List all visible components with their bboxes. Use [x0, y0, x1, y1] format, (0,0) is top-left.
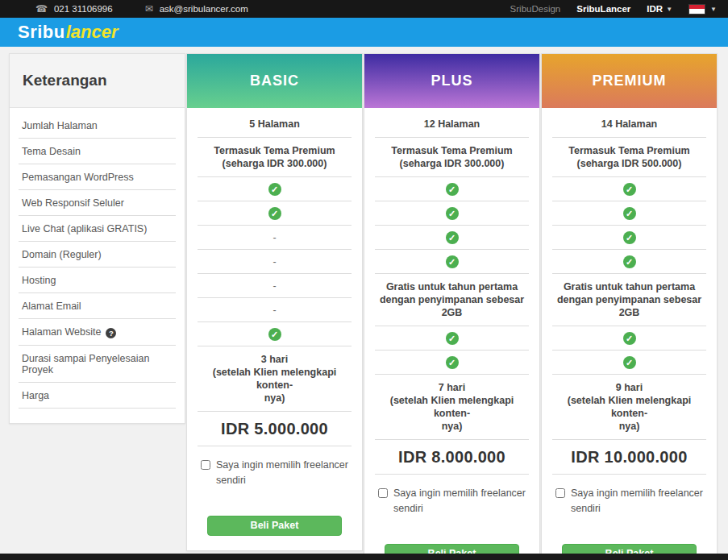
- plan-feature-included: ✓: [552, 201, 706, 226]
- dash-text: -: [272, 232, 276, 243]
- plan-feature-included: ✓: [552, 177, 706, 201]
- plan-header-basic: BASIC: [187, 54, 362, 108]
- plan-feature-included: ✓: [552, 326, 706, 351]
- check-icon: ✓: [268, 183, 281, 196]
- plan-feature-excluded: -: [198, 298, 352, 322]
- plan-name: PREMIUM: [593, 73, 667, 89]
- freelancer-checkbox-label: Saya ingin memilih freelancer sendiri: [393, 486, 526, 516]
- plan-feature-text: 12 Halaman: [375, 111, 529, 138]
- chevron-down-icon: ▼: [666, 6, 672, 13]
- feature-label: Halaman Website: [22, 326, 101, 338]
- feature-label: Harga: [22, 390, 49, 401]
- plan-header-premium: PREMIUM: [542, 54, 717, 108]
- freelancer-checkbox[interactable]: [555, 488, 565, 498]
- freelancer-option[interactable]: Saya ingin memilih freelancer sendiri: [201, 458, 349, 488]
- freelancer-checkbox[interactable]: [378, 488, 388, 498]
- logo-primary-text: Sribu: [18, 22, 65, 42]
- phone-number: 021 31106996: [54, 4, 113, 14]
- feature-label: Jumlah Halaman: [22, 120, 98, 131]
- mail-icon: ✉: [145, 3, 153, 15]
- feature-label: Web Responsif Seluler: [22, 197, 124, 209]
- plan-body: 5 HalamanTermasuk Tema Premium (seharga …: [187, 108, 362, 550]
- main-header: Sribulancer: [0, 18, 728, 47]
- dash-text: -: [272, 256, 276, 268]
- currency-dropdown[interactable]: IDR ▼: [647, 4, 672, 14]
- check-icon: ✓: [446, 207, 459, 220]
- feature-label-row: Jumlah Halaman: [19, 113, 176, 139]
- check-icon: ✓: [623, 332, 636, 345]
- help-question-icon[interactable]: ?: [106, 328, 116, 338]
- plan-feature-excluded: -: [198, 226, 352, 250]
- feature-label: Live Chat (aplikasi GRATIS): [22, 223, 147, 234]
- footer-strip: [0, 554, 728, 560]
- dash-text: -: [272, 280, 276, 292]
- plan-price: IDR 10.000.000: [552, 440, 706, 475]
- feature-label: Hosting: [22, 275, 56, 286]
- dash-text: -: [272, 305, 276, 316]
- buy-button-wrap: Beli Paket: [207, 516, 342, 536]
- plan-feature-included: ✓: [375, 226, 529, 250]
- check-icon: ✓: [446, 356, 459, 369]
- plan-feature-included: ✓: [552, 226, 706, 250]
- plan-feature-excluded: -: [198, 274, 352, 298]
- plan-feature-text: 14 Halaman: [552, 111, 706, 138]
- freelancer-checkbox[interactable]: [201, 460, 210, 470]
- freelancer-option[interactable]: Saya ingin memilih freelancer sendiri: [555, 486, 704, 516]
- feature-label-row: Tema Desain: [19, 139, 176, 164]
- plan-feature-included: ✓: [198, 322, 352, 346]
- plan-feature-text: Termasuk Tema Premium (seharga IDR 300.0…: [375, 138, 529, 177]
- feature-label-row: Domain (Reguler): [19, 242, 176, 268]
- top-nav: SribuDesign SribuLancer IDR ▼ ▼: [510, 4, 717, 15]
- keterangan-list: Jumlah HalamanTema DesainPemasangan Word…: [10, 108, 185, 423]
- language-dropdown[interactable]: ▼: [688, 4, 717, 15]
- plan-card-plus: PLUS12 HalamanTermasuk Tema Premium (seh…: [364, 53, 540, 560]
- feature-label: Durasi sampai Penyelesaian Proyek: [22, 353, 149, 375]
- check-icon: ✓: [446, 183, 459, 196]
- plan-feature-included: ✓: [552, 250, 706, 274]
- plan-card-basic: BASIC5 HalamanTermasuk Tema Premium (seh…: [186, 53, 363, 551]
- check-icon: ✓: [446, 231, 459, 244]
- check-icon: ✓: [446, 255, 459, 268]
- check-icon: ✓: [623, 255, 636, 268]
- top-utility-bar: ☎ 021 31106996 ✉ ask@sribulancer.com Sri…: [0, 0, 728, 18]
- plan-feature-included: ✓: [375, 351, 529, 375]
- check-icon: ✓: [268, 328, 281, 341]
- buy-button-basic[interactable]: Beli Paket: [207, 516, 342, 536]
- feature-label-row: Durasi sampai Penyelesaian Proyek: [19, 346, 176, 383]
- phone-icon: ☎: [35, 3, 48, 15]
- freelancer-checkbox-label: Saya ingin memilih freelancer sendiri: [216, 458, 349, 488]
- check-icon: ✓: [446, 332, 459, 345]
- plan-feature-included: ✓: [198, 177, 352, 201]
- plan-body: 12 HalamanTermasuk Tema Premium (seharga…: [364, 108, 539, 560]
- check-icon: ✓: [623, 356, 636, 369]
- plan-feature-text: 5 Halaman: [198, 111, 352, 138]
- sribulancer-logo[interactable]: Sribulancer: [18, 23, 119, 41]
- plan-feature-excluded: -: [198, 250, 352, 274]
- feature-label-row: Alamat Email: [19, 293, 176, 319]
- feature-label: Tema Desain: [22, 146, 81, 157]
- plan-body: 14 HalamanTermasuk Tema Premium (seharga…: [542, 108, 717, 560]
- check-icon: ✓: [623, 231, 636, 244]
- plan-feature-included: ✓: [375, 177, 529, 201]
- feature-label: Alamat Email: [22, 301, 81, 312]
- plan-header-plus: PLUS: [364, 54, 539, 108]
- freelancer-option[interactable]: Saya ingin memilih freelancer sendiri: [378, 486, 526, 516]
- plan-name: BASIC: [250, 73, 299, 89]
- plan-columns: BASIC5 HalamanTermasuk Tema Premium (seh…: [186, 53, 718, 560]
- freelancer-checkbox-label: Saya ingin memilih freelancer sendiri: [571, 486, 704, 516]
- plan-feature-text: Termasuk Tema Premium (seharga IDR 300.0…: [198, 138, 352, 177]
- plan-feature-text: Termasuk Tema Premium (seharga IDR 500.0…: [552, 138, 706, 177]
- nav-sribudesign-link[interactable]: SribuDesign: [510, 4, 561, 14]
- nav-sribulancer-link[interactable]: SribuLancer: [576, 4, 630, 14]
- plan-feature-included: ✓: [375, 250, 529, 274]
- feature-label-row: Halaman Website?: [19, 319, 176, 346]
- chevron-down-icon: ▼: [710, 6, 717, 13]
- currency-label: IDR: [647, 4, 663, 14]
- plan-feature-text: 9 hari (setelah Klien melengkapi konten-…: [552, 375, 706, 440]
- feature-label-row: Pemasangan WordPress: [19, 164, 176, 190]
- plan-feature-included: ✓: [375, 326, 529, 351]
- feature-label: Pemasangan WordPress: [22, 172, 134, 183]
- feature-label-row: Web Responsif Seluler: [19, 190, 176, 216]
- check-icon: ✓: [623, 183, 636, 196]
- logo-secondary-text: lancer: [66, 22, 119, 42]
